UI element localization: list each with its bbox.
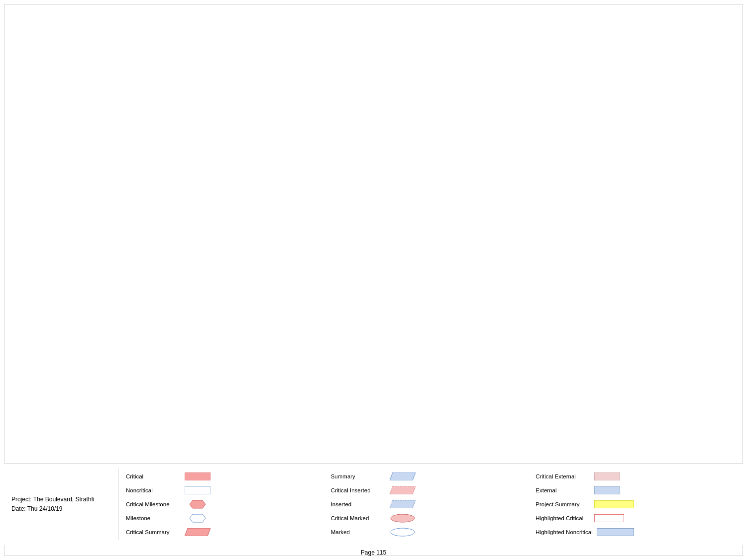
svg-rect-10 [594,472,620,480]
legend-column-1: Critical Noncritical Critical Milestone … [123,471,328,538]
legend-label-project-summary: Project Summary [535,501,590,507]
critical-shape [185,472,211,480]
legend-item-milestone: Milestone [126,513,326,524]
legend-column-2: Summary Critical Inserted Inserted Criti… [328,471,534,538]
project-date: Date: Thu 24/10/19 [11,504,113,514]
legend-item-critical-external: Critical External [535,471,736,482]
svg-marker-5 [390,472,416,480]
external-shape [594,486,620,494]
legend-item-critical-milestone: Critical Milestone [126,499,326,510]
legend-label-inserted: Inserted [331,501,386,507]
legend-label-critical: Critical [126,473,181,479]
legend-area: Project: The Boulevard, Strathfi Date: T… [4,463,743,545]
critical-inserted-shape [390,486,416,494]
svg-rect-14 [597,528,634,536]
critical-summary-shape [185,528,211,536]
critical-marked-shape [390,514,416,523]
noncritical-shape [185,486,211,494]
marked-shape [390,528,416,537]
legend-item-inserted: Inserted [331,499,531,510]
legend-label-critical-summary: Critical Summary [126,529,181,535]
svg-marker-7 [390,500,416,508]
highlighted-critical-shape [594,514,624,522]
svg-rect-11 [594,486,620,494]
svg-marker-6 [390,486,416,494]
legend-item-noncritical: Noncritical [126,485,326,496]
legend-label-external: External [535,487,590,493]
inserted-shape [390,500,416,508]
legend-item-highlighted-critical: Highlighted Critical [535,513,736,524]
svg-rect-13 [594,514,624,522]
critical-milestone-shape [185,500,211,509]
legend-item-external: External [535,485,736,496]
legend-item-critical-summary: Critical Summary [126,527,326,538]
legend-label-critical-marked: Critical Marked [331,515,386,521]
svg-rect-0 [185,472,211,480]
legend-label-highlighted-noncritical: Highlighted Noncritical [535,529,592,535]
page-number: Page 115 [361,549,386,556]
legend-item-critical-marked: Critical Marked [331,513,531,524]
svg-marker-3 [190,514,206,522]
legend-item-project-summary: Project Summary [535,499,736,510]
legend-column-3: Critical External External Project Summa… [533,471,738,538]
legend-item-highlighted-noncritical: Highlighted Noncritical [535,527,736,538]
legend-label-critical-milestone: Critical Milestone [126,501,181,507]
svg-marker-2 [190,500,206,508]
legend-item-marked: Marked [331,527,531,538]
svg-point-8 [391,514,415,522]
legend-label-summary: Summary [331,473,386,479]
legend-label-highlighted-critical: Highlighted Critical [535,515,590,521]
legend-columns: Critical Noncritical Critical Milestone … [118,468,743,540]
svg-point-9 [391,528,415,536]
highlighted-noncritical-shape [597,528,634,536]
legend-label-critical-inserted: Critical Inserted [331,487,386,493]
svg-rect-1 [185,486,211,494]
page-footer: Page 115 [0,549,747,556]
legend-item-critical: Critical [126,471,326,482]
legend-label-milestone: Milestone [126,515,181,521]
legend-item-summary: Summary [331,471,531,482]
legend-label-critical-external: Critical External [535,473,590,479]
svg-rect-12 [594,500,634,508]
project-summary-shape [594,500,634,508]
project-name: Project: The Boulevard, Strathfi [11,495,113,504]
project-info: Project: The Boulevard, Strathfi Date: T… [4,468,118,540]
legend-item-critical-inserted: Critical Inserted [331,485,531,496]
milestone-shape [185,514,211,523]
svg-marker-4 [185,528,211,536]
critical-external-shape [594,472,620,480]
legend-label-marked: Marked [331,529,386,535]
summary-shape [390,472,416,480]
legend-label-noncritical: Noncritical [126,487,181,493]
